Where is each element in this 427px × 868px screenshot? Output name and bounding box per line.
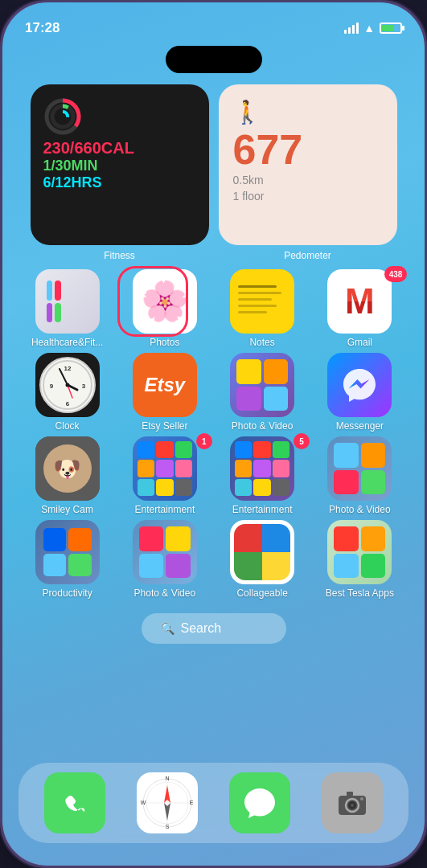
app-icon-photo-video3	[133, 520, 197, 584]
app-item-clock[interactable]: 12 3 6 9	[23, 353, 112, 432]
pedometer-widget-container: 🚶 677 0.5km 1 floor Pedometer	[219, 84, 397, 261]
fitness-widget[interactable]: 230/660CAL 1/30MIN 6/12HRS	[31, 84, 209, 245]
pedometer-steps: 677	[233, 129, 383, 170]
app-label-etsy: Etsy Seller	[142, 420, 187, 432]
collageable-cell-blue	[262, 524, 290, 552]
dock-app-camera[interactable]	[322, 772, 383, 833]
svg-text:6: 6	[65, 400, 69, 407]
search-label: Search	[181, 621, 222, 636]
dock-app-messages[interactable]	[229, 772, 290, 833]
app-label-entertainment2: Entertainment	[232, 504, 293, 515]
status-icons: ▲	[344, 22, 402, 35]
notes-line-4	[238, 305, 277, 307]
fitness-widget-container: 230/660CAL 1/30MIN 6/12HRS Fitness	[31, 84, 209, 261]
photos-flower-icon: 🌸	[141, 279, 189, 324]
collageable-cell-yellow	[262, 552, 290, 580]
app-label-clock: Clock	[55, 420, 80, 432]
signal-bar-1	[344, 30, 347, 34]
signal-bar-3	[352, 25, 355, 34]
notes-line-1	[238, 285, 277, 288]
battery-fill	[382, 25, 394, 31]
activity-rings-icon	[43, 97, 82, 136]
fitness-stats: 230/660CAL 1/30MIN 6/12HRS	[43, 139, 196, 191]
app-item-photo-video1[interactable]: Photo & Video	[218, 353, 306, 432]
app-icon-entertainment2	[230, 436, 294, 501]
dock-app-phone[interactable]	[44, 772, 105, 833]
app-label-photo-video3: Photo & Video	[134, 588, 196, 599]
app-label-smiley: Smiley Cam	[41, 504, 93, 515]
app-item-entertainment2[interactable]: 5 Entertainment	[218, 436, 306, 515]
search-icon: 🔍	[161, 622, 174, 635]
app-label-photo-video1: Photo & Video	[232, 420, 294, 432]
svg-rect-30	[347, 792, 353, 796]
app-icon-notes	[230, 269, 294, 334]
app-item-gmail[interactable]: M 438 Gmail	[315, 269, 404, 348]
app-label-photo-video2: Photo & Video	[329, 504, 391, 515]
svg-point-14	[65, 383, 69, 387]
app-icon-etsy: Etsy	[133, 353, 197, 417]
app-item-photos[interactable]: 🌸 Photos	[121, 269, 209, 348]
gmail-m-icon: M	[345, 281, 375, 321]
svg-text:12: 12	[64, 365, 71, 372]
app-label-tesla: Best Tesla Apps	[326, 588, 394, 599]
fitness-label: Fitness	[31, 250, 209, 261]
pedometer-widget[interactable]: 🚶 677 0.5km 1 floor	[219, 84, 397, 245]
status-bar: 17:28 ▲	[2, 2, 425, 43]
app-row-1: Healthcare&Fit... 🌸 Photos	[18, 269, 409, 348]
status-time: 17:28	[25, 20, 60, 36]
app-icon-healthcare	[35, 269, 100, 334]
notes-line-3	[238, 298, 272, 301]
notes-line-5	[238, 311, 267, 313]
dock: N S W E	[18, 763, 409, 843]
app-item-etsy[interactable]: Etsy Etsy Seller	[121, 353, 209, 432]
app-item-entertainment1[interactable]: 1 Entertainment	[121, 436, 209, 515]
app-icon-gmail: M	[327, 269, 392, 334]
app-row-4: Productivity Photo & Video	[18, 520, 409, 599]
entertainment1-badge: 1	[196, 433, 212, 449]
app-label-gmail: Gmail	[347, 337, 372, 348]
app-icon-clock: 12 3 6 9	[35, 353, 100, 417]
phone-frame: 17:28 ▲	[0, 0, 427, 868]
app-item-notes[interactable]: Notes	[218, 269, 306, 348]
search-bar[interactable]: 🔍 Search	[142, 613, 286, 644]
fitness-calories: 230/660CAL	[43, 139, 196, 158]
signal-bar-4	[356, 23, 359, 34]
search-bar-container: 🔍 Search	[2, 613, 425, 644]
app-item-messenger[interactable]: Messenger	[315, 353, 404, 432]
clock-svg-icon: 12 3 6 9	[42, 359, 93, 411]
pedometer-floors: 1 floor	[233, 190, 383, 203]
app-icon-smiley: 🐶	[35, 436, 100, 501]
app-item-tesla[interactable]: Best Tesla Apps	[315, 520, 404, 599]
svg-point-29	[351, 804, 354, 807]
svg-point-31	[360, 797, 363, 800]
dynamic-island	[166, 46, 262, 73]
svg-text:N: N	[165, 776, 169, 781]
signal-bar-2	[348, 27, 351, 34]
app-item-collageable[interactable]: Collageable	[218, 520, 306, 599]
battery-icon	[380, 23, 402, 34]
svg-text:9: 9	[49, 383, 53, 390]
app-item-healthcare[interactable]: Healthcare&Fit...	[23, 269, 112, 348]
dock-app-safari[interactable]: N S W E	[137, 772, 198, 833]
camera-icon	[335, 786, 369, 820]
app-icon-productivity	[35, 520, 100, 584]
app-item-photo-video2[interactable]: Photo & Video	[315, 436, 404, 515]
app-label-notes: Notes	[249, 337, 274, 348]
app-icon-collageable	[230, 520, 294, 584]
app-row-3: 🐶 Smiley Cam	[18, 436, 409, 515]
app-label-messenger: Messenger	[336, 420, 384, 432]
signal-bars-icon	[344, 23, 359, 34]
collageable-cell-red	[234, 524, 262, 552]
fitness-hours: 6/12HRS	[43, 174, 196, 191]
app-label-healthcare: Healthcare&Fit...	[31, 337, 103, 348]
app-item-photo-video3[interactable]: Photo & Video	[121, 520, 209, 599]
widgets-row: 230/660CAL 1/30MIN 6/12HRS Fitness 🚶 677…	[2, 73, 425, 261]
collageable-grid	[234, 524, 290, 580]
app-icon-tesla	[327, 520, 392, 584]
apps-grid: Healthcare&Fit... 🌸 Photos	[2, 261, 425, 599]
app-item-smiley[interactable]: 🐶 Smiley Cam	[23, 436, 112, 515]
entertainment2-badge: 5	[294, 433, 310, 449]
app-item-productivity[interactable]: Productivity	[23, 520, 112, 599]
app-row-2: 12 3 6 9	[18, 353, 409, 432]
svg-point-2	[52, 106, 73, 127]
